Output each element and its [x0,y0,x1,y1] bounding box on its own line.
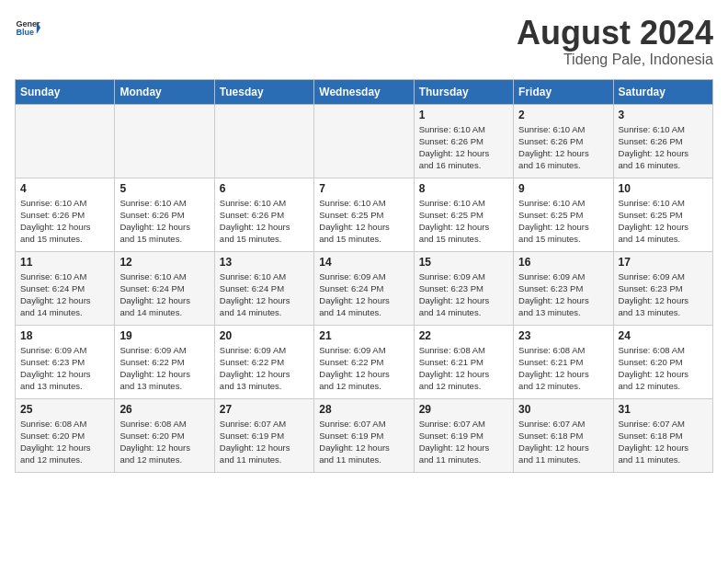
date-number: 27 [220,403,309,416]
date-number: 3 [619,109,708,121]
date-number: 23 [518,329,608,342]
date-number: 8 [419,182,508,195]
week-row-1: 1Sunrise: 6:10 AM Sunset: 6:26 PM Daylig… [16,104,713,178]
cell-info: Sunrise: 6:10 AM Sunset: 6:25 PM Dayligh… [518,197,608,246]
days-header-row: SundayMondayTuesdayWednesdayThursdayFrid… [16,79,713,104]
cell-info: Sunrise: 6:10 AM Sunset: 6:26 PM Dayligh… [518,123,608,172]
calendar-cell: 16Sunrise: 6:09 AM Sunset: 6:23 PM Dayli… [514,251,613,325]
cell-info: Sunrise: 6:08 AM Sunset: 6:20 PM Dayligh… [119,418,209,466]
date-number: 9 [518,182,608,195]
date-number: 22 [419,329,508,342]
cell-info: Sunrise: 6:10 AM Sunset: 6:26 PM Dayligh… [20,197,109,246]
cell-info: Sunrise: 6:07 AM Sunset: 6:19 PM Dayligh… [220,418,309,466]
date-number: 7 [319,182,408,195]
date-number: 12 [119,256,209,269]
calendar-cell: 27Sunrise: 6:07 AM Sunset: 6:19 PM Dayli… [214,398,313,472]
calendar-cell [214,104,313,178]
day-header-wednesday: Wednesday [314,79,414,104]
cell-info: Sunrise: 6:07 AM Sunset: 6:19 PM Dayligh… [319,418,408,466]
date-number: 4 [20,182,109,195]
date-number: 6 [220,182,309,195]
date-number: 25 [20,403,109,416]
day-header-saturday: Saturday [613,79,712,104]
calendar-cell: 1Sunrise: 6:10 AM Sunset: 6:26 PM Daylig… [414,104,513,178]
calendar-cell: 14Sunrise: 6:09 AM Sunset: 6:24 PM Dayli… [314,251,414,325]
calendar-cell: 29Sunrise: 6:07 AM Sunset: 6:19 PM Dayli… [414,398,513,472]
cell-info: Sunrise: 6:08 AM Sunset: 6:21 PM Dayligh… [419,344,508,393]
cell-info: Sunrise: 6:10 AM Sunset: 6:24 PM Dayligh… [220,270,309,319]
date-number: 28 [319,403,408,416]
calendar-cell: 9Sunrise: 6:10 AM Sunset: 6:25 PM Daylig… [514,178,613,251]
calendar-cell: 25Sunrise: 6:08 AM Sunset: 6:20 PM Dayli… [16,398,115,472]
calendar-cell: 24Sunrise: 6:08 AM Sunset: 6:20 PM Dayli… [613,325,712,398]
calendar-cell: 12Sunrise: 6:10 AM Sunset: 6:24 PM Dayli… [115,251,214,325]
day-header-tuesday: Tuesday [214,79,313,104]
calendar-cell: 10Sunrise: 6:10 AM Sunset: 6:25 PM Dayli… [613,178,712,251]
calendar-cell: 26Sunrise: 6:08 AM Sunset: 6:20 PM Dayli… [115,398,214,472]
calendar-cell: 18Sunrise: 6:09 AM Sunset: 6:23 PM Dayli… [16,325,115,398]
cell-info: Sunrise: 6:10 AM Sunset: 6:25 PM Dayligh… [419,197,508,246]
cell-info: Sunrise: 6:09 AM Sunset: 6:22 PM Dayligh… [319,344,408,393]
cell-info: Sunrise: 6:10 AM Sunset: 6:25 PM Dayligh… [619,197,708,246]
date-number: 13 [220,256,309,269]
date-number: 1 [419,109,508,121]
calendar-cell: 5Sunrise: 6:10 AM Sunset: 6:26 PM Daylig… [115,178,214,251]
calendar-cell: 3Sunrise: 6:10 AM Sunset: 6:26 PM Daylig… [613,104,712,178]
date-number: 20 [220,329,309,342]
date-number: 19 [119,329,209,342]
date-number: 17 [619,256,708,269]
calendar-cell: 17Sunrise: 6:09 AM Sunset: 6:23 PM Dayli… [613,251,712,325]
calendar-cell: 6Sunrise: 6:10 AM Sunset: 6:26 PM Daylig… [214,178,313,251]
cell-info: Sunrise: 6:09 AM Sunset: 6:22 PM Dayligh… [220,344,309,393]
date-number: 18 [20,329,109,342]
cell-info: Sunrise: 6:07 AM Sunset: 6:19 PM Dayligh… [419,418,508,466]
cell-info: Sunrise: 6:09 AM Sunset: 6:23 PM Dayligh… [419,270,508,319]
date-number: 21 [319,329,408,342]
date-number: 11 [20,256,109,269]
day-header-thursday: Thursday [414,79,513,104]
calendar-cell: 11Sunrise: 6:10 AM Sunset: 6:24 PM Dayli… [16,251,115,325]
week-row-5: 25Sunrise: 6:08 AM Sunset: 6:20 PM Dayli… [16,398,713,472]
date-number: 26 [119,403,209,416]
calendar-table: SundayMondayTuesdayWednesdayThursdayFrid… [15,79,713,473]
svg-text:Blue: Blue [16,28,34,37]
week-row-3: 11Sunrise: 6:10 AM Sunset: 6:24 PM Dayli… [16,251,713,325]
logo: General Blue [15,15,40,40]
calendar-cell [16,104,115,178]
month-year-title: August 2024 [517,15,713,52]
location-subtitle: Tideng Pale, Indonesia [517,52,713,68]
date-number: 29 [419,403,508,416]
cell-info: Sunrise: 6:09 AM Sunset: 6:23 PM Dayligh… [619,270,708,319]
page-header: General Blue August 2024 Tideng Pale, In… [15,15,713,68]
date-number: 24 [619,329,708,342]
title-block: August 2024 Tideng Pale, Indonesia [517,15,713,68]
cell-info: Sunrise: 6:07 AM Sunset: 6:18 PM Dayligh… [518,418,608,466]
calendar-cell: 30Sunrise: 6:07 AM Sunset: 6:18 PM Dayli… [514,398,613,472]
cell-info: Sunrise: 6:10 AM Sunset: 6:26 PM Dayligh… [119,197,209,246]
calendar-cell: 2Sunrise: 6:10 AM Sunset: 6:26 PM Daylig… [514,104,613,178]
cell-info: Sunrise: 6:10 AM Sunset: 6:26 PM Dayligh… [220,197,309,246]
cell-info: Sunrise: 6:08 AM Sunset: 6:21 PM Dayligh… [518,344,608,393]
calendar-cell: 4Sunrise: 6:10 AM Sunset: 6:26 PM Daylig… [16,178,115,251]
calendar-cell: 15Sunrise: 6:09 AM Sunset: 6:23 PM Dayli… [414,251,513,325]
cell-info: Sunrise: 6:10 AM Sunset: 6:24 PM Dayligh… [119,270,209,319]
cell-info: Sunrise: 6:07 AM Sunset: 6:18 PM Dayligh… [619,418,708,466]
calendar-cell: 22Sunrise: 6:08 AM Sunset: 6:21 PM Dayli… [414,325,513,398]
calendar-cell: 21Sunrise: 6:09 AM Sunset: 6:22 PM Dayli… [314,325,414,398]
logo-icon: General Blue [15,15,40,40]
calendar-cell [115,104,214,178]
cell-info: Sunrise: 6:10 AM Sunset: 6:24 PM Dayligh… [20,270,109,319]
date-number: 14 [319,256,408,269]
week-row-2: 4Sunrise: 6:10 AM Sunset: 6:26 PM Daylig… [16,178,713,251]
date-number: 15 [419,256,508,269]
cell-info: Sunrise: 6:09 AM Sunset: 6:24 PM Dayligh… [319,270,408,319]
calendar-cell: 28Sunrise: 6:07 AM Sunset: 6:19 PM Dayli… [314,398,414,472]
cell-info: Sunrise: 6:10 AM Sunset: 6:26 PM Dayligh… [419,123,508,172]
day-header-friday: Friday [514,79,613,104]
cell-info: Sunrise: 6:08 AM Sunset: 6:20 PM Dayligh… [20,418,109,466]
calendar-cell: 8Sunrise: 6:10 AM Sunset: 6:25 PM Daylig… [414,178,513,251]
date-number: 31 [619,403,708,416]
cell-info: Sunrise: 6:09 AM Sunset: 6:22 PM Dayligh… [119,344,209,393]
cell-info: Sunrise: 6:08 AM Sunset: 6:20 PM Dayligh… [619,344,708,393]
calendar-cell: 31Sunrise: 6:07 AM Sunset: 6:18 PM Dayli… [613,398,712,472]
